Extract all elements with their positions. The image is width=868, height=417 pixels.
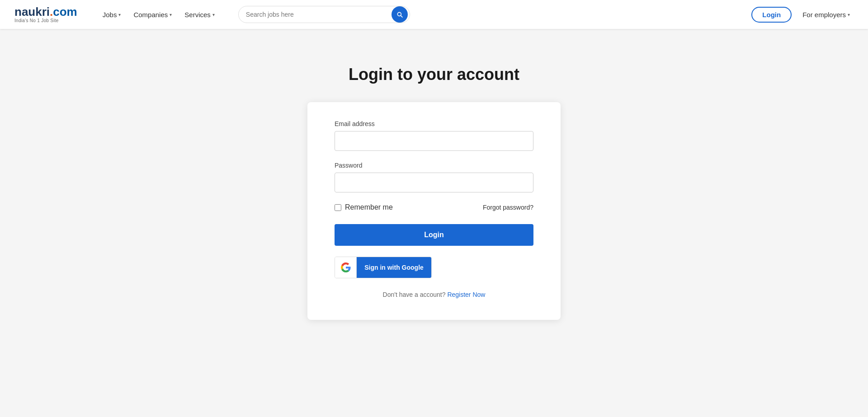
header-login-button[interactable]: Login bbox=[751, 7, 792, 23]
forgot-password-link[interactable]: Forgot password? bbox=[483, 204, 533, 211]
password-label: Password bbox=[335, 162, 533, 169]
email-label: Email address bbox=[335, 120, 533, 127]
search-bar bbox=[238, 6, 410, 23]
google-signin-label: Sign in with Google bbox=[357, 257, 431, 278]
chevron-down-icon: ▾ bbox=[118, 12, 121, 17]
header: naukri.com India's No 1 Job Site Jobs ▾ … bbox=[0, 0, 868, 29]
logo-naukri: naukri bbox=[14, 5, 50, 19]
nav-companies-label: Companies bbox=[133, 11, 168, 19]
for-employers-link[interactable]: For employers ▾ bbox=[799, 7, 854, 22]
login-submit-button[interactable]: Login bbox=[335, 224, 533, 246]
chevron-down-icon: ▾ bbox=[848, 12, 850, 17]
nav-links: Jobs ▾ Companies ▾ Services ▾ bbox=[97, 7, 220, 22]
email-field[interactable] bbox=[335, 131, 533, 151]
page-title: Login to your account bbox=[349, 65, 519, 84]
no-account-text: Don't have a account? bbox=[383, 291, 446, 298]
nav-services-label: Services bbox=[184, 11, 211, 19]
remember-me-text: Remember me bbox=[345, 203, 393, 211]
nav-services[interactable]: Services ▾ bbox=[179, 7, 220, 22]
google-signin-button[interactable]: Sign in with Google bbox=[335, 257, 432, 278]
header-right: Login For employers ▾ bbox=[751, 7, 854, 23]
nav-jobs[interactable]: Jobs ▾ bbox=[97, 7, 127, 22]
logo-com: com bbox=[53, 5, 77, 19]
password-group: Password bbox=[335, 162, 533, 192]
remember-me-checkbox[interactable] bbox=[335, 204, 341, 211]
register-text: Don't have a account? Register Now bbox=[335, 291, 533, 298]
nav-jobs-label: Jobs bbox=[103, 11, 117, 19]
main-content: Login to your account Email address Pass… bbox=[0, 29, 868, 417]
logo-tagline: India's No 1 Job Site bbox=[14, 18, 59, 23]
google-icon bbox=[341, 262, 351, 272]
search-button[interactable] bbox=[392, 6, 408, 23]
remember-me-label[interactable]: Remember me bbox=[335, 203, 393, 211]
email-group: Email address bbox=[335, 120, 533, 151]
login-card: Email address Password Remember me Forgo… bbox=[307, 102, 561, 320]
logo[interactable]: naukri.com India's No 1 Job Site bbox=[14, 6, 77, 23]
password-field[interactable] bbox=[335, 173, 533, 192]
google-icon-wrap bbox=[335, 257, 357, 278]
register-link[interactable]: Register Now bbox=[447, 291, 485, 298]
for-employers-label: For employers bbox=[802, 11, 846, 19]
search-icon bbox=[396, 11, 403, 18]
chevron-down-icon: ▾ bbox=[212, 12, 215, 17]
search-input[interactable] bbox=[246, 7, 392, 22]
form-options: Remember me Forgot password? bbox=[335, 203, 533, 211]
chevron-down-icon: ▾ bbox=[170, 12, 172, 17]
nav-companies[interactable]: Companies ▾ bbox=[128, 7, 177, 22]
